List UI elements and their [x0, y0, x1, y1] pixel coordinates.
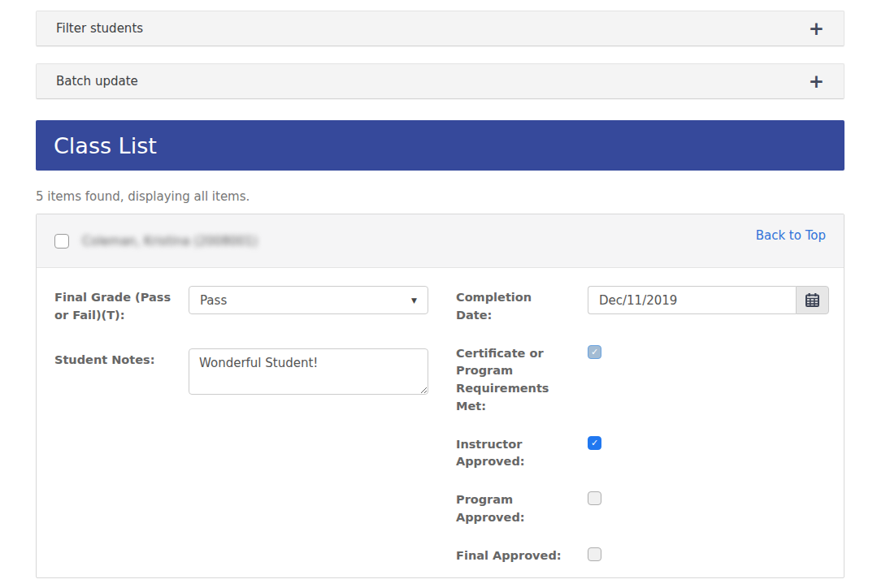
- student-notes-label: Student Notes:: [54, 348, 176, 370]
- expand-plus-icon[interactable]: +: [809, 19, 824, 38]
- program-approved-checkbox[interactable]: [588, 491, 601, 505]
- final-grade-label: Final Grade (Pass or Fail)(T):: [54, 286, 176, 325]
- final-grade-row: Final Grade (Pass or Fail)(T): Pass ▼: [54, 286, 456, 325]
- final-approved-row: Final Approved:: [456, 544, 844, 565]
- student-header-row: Coleman, Kristina (2008001) Back to Top: [37, 214, 844, 268]
- class-list-banner: Class List: [36, 120, 844, 171]
- student-select-checkbox[interactable]: [54, 234, 69, 249]
- final-approved-checkbox[interactable]: [588, 547, 601, 561]
- completion-date-group: [588, 286, 829, 314]
- student-name-redacted: Coleman, Kristina (2008001): [82, 234, 258, 249]
- cert-requirements-label: Certificate or Program Requirements Met:: [456, 342, 570, 416]
- student-notes-row: Student Notes: Wonderful Student!: [54, 348, 456, 395]
- dropdown-arrow-icon: ▼: [411, 296, 417, 305]
- page-content: Filter students + Batch update + Class L…: [36, 0, 844, 578]
- instructor-approved-row: Instructor Approved: ✓: [456, 433, 844, 472]
- final-approved-label: Final Approved:: [456, 544, 570, 565]
- back-to-top-link[interactable]: Back to Top: [756, 228, 826, 243]
- page-title: Class List: [54, 133, 157, 158]
- expand-plus-icon[interactable]: +: [809, 72, 824, 91]
- program-approved-label: Program Approved:: [456, 488, 570, 527]
- student-form: Final Grade (Pass or Fail)(T): Pass ▼ St…: [37, 268, 844, 578]
- instructor-approved-checkbox[interactable]: ✓: [588, 436, 601, 450]
- cert-requirements-checkbox: ✓: [588, 345, 601, 359]
- completion-date-input[interactable]: [588, 286, 796, 314]
- batch-update-label: Batch update: [56, 74, 138, 89]
- calendar-button[interactable]: [796, 286, 829, 314]
- form-left-column: Final Grade (Pass or Fail)(T): Pass ▼ St…: [54, 286, 456, 578]
- completion-date-label: Completion Date:: [456, 286, 570, 325]
- cert-requirements-row: Certificate or Program Requirements Met:…: [456, 342, 844, 416]
- filter-students-panel[interactable]: Filter students +: [36, 11, 844, 46]
- batch-update-panel[interactable]: Batch update +: [36, 63, 844, 99]
- completion-date-row: Completion Date:: [456, 286, 844, 325]
- final-grade-selected-value: Pass: [200, 293, 227, 308]
- check-icon: ✓: [591, 439, 598, 447]
- check-icon: ✓: [591, 348, 598, 357]
- student-card: Coleman, Kristina (2008001) Back to Top …: [36, 214, 844, 578]
- form-right-column: Completion Date:: [456, 286, 844, 578]
- final-grade-select[interactable]: Pass ▼: [189, 286, 428, 314]
- program-approved-row: Program Approved:: [456, 488, 844, 527]
- student-notes-textarea[interactable]: Wonderful Student!: [189, 348, 428, 395]
- filter-students-label: Filter students: [56, 21, 143, 36]
- calendar-icon: [805, 292, 820, 308]
- items-found-summary: 5 items found, displaying all items.: [36, 189, 844, 204]
- instructor-approved-label: Instructor Approved:: [456, 433, 570, 472]
